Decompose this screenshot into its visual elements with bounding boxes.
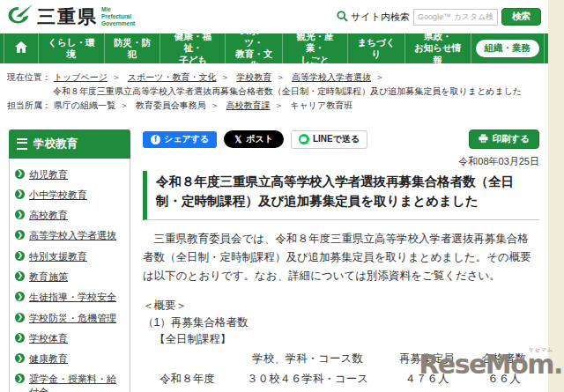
row-label: 令和７年度 bbox=[143, 389, 232, 392]
nav-cell-kensei[interactable]: 県政・ お知らせ情報 bbox=[404, 33, 471, 63]
sidebar-header[interactable]: 学校教育 bbox=[9, 129, 130, 159]
nav-home[interactable] bbox=[4, 33, 38, 63]
nav-item-kankou[interactable]: 観光・産業・ しごと bbox=[283, 31, 347, 65]
line-share-label: LINEで送る bbox=[313, 133, 360, 145]
search-label-wrap: サイト内検索 bbox=[337, 11, 410, 24]
breadcrumb-link-senbatsu[interactable]: 高等学校入学者選抜 bbox=[292, 72, 371, 82]
nav-cell-kankou[interactable]: 観光・産業・ しごと bbox=[282, 33, 347, 63]
nav-item-sports[interactable]: スポーツ・ 教育・文化 bbox=[226, 26, 282, 72]
search-icon bbox=[337, 11, 348, 24]
sidebar-list: ❯幼児教育 ❯小中学校教育 ❯高校教育 ❯高等学校入学者選抜 ❯特別支援教育 ❯… bbox=[9, 159, 130, 392]
arrow-icon: ❯ bbox=[15, 333, 25, 343]
sidebar-item-kenkou[interactable]: ❯健康教育 bbox=[10, 349, 130, 369]
sidebar-item-label[interactable]: 高等学校入学者選抜 bbox=[29, 229, 116, 241]
dept-org-list[interactable]: 県庁の組織一覧 bbox=[54, 100, 115, 110]
search-button[interactable]: 検索 bbox=[501, 8, 541, 26]
sidebar-item-shouchuu[interactable]: ❯小中学校教育 bbox=[10, 184, 130, 204]
facebook-share-label: シェアする bbox=[164, 133, 209, 145]
x-post-button[interactable]: 𝕏 ポスト bbox=[224, 130, 284, 148]
arrow-icon: ❯ bbox=[15, 313, 25, 322]
cell: ６６人 bbox=[471, 369, 538, 388]
printer-icon bbox=[479, 134, 488, 145]
facebook-share-button[interactable]: f シェアする bbox=[143, 131, 217, 148]
sidebar-item-label[interactable]: 高校教育 bbox=[29, 209, 68, 221]
site-subtitle: Mie Prefectural Government bbox=[101, 6, 142, 26]
sidebar-item-youji[interactable]: ❯幼児教育 bbox=[10, 164, 130, 184]
nav-item-machi[interactable]: まちづくり bbox=[348, 37, 404, 60]
dept-kyouiku-iinkai[interactable]: 教育委員会事務局 bbox=[136, 100, 206, 110]
sidebar-item-tokubetsu[interactable]: ❯特別支援教育 bbox=[10, 246, 130, 266]
table-row: 令和７年度 １５校２２学科・コース ２５６人 ７４人 bbox=[143, 389, 538, 392]
site-title: 三重県 bbox=[37, 4, 98, 29]
nav-cell-kenkou[interactable]: 健康・福祉・ 子ども bbox=[160, 33, 225, 63]
header-cell bbox=[143, 350, 232, 369]
nav-cell-kurashi[interactable]: くらし・環境 bbox=[38, 33, 104, 63]
facebook-icon: f bbox=[151, 135, 160, 144]
sidebar-item-label[interactable]: 幼児教育 bbox=[29, 168, 68, 181]
sidebar-item-shisaku[interactable]: ❯教育施策 bbox=[10, 266, 130, 286]
line-icon bbox=[299, 134, 309, 144]
fulltime-label: 【全日制課程】 bbox=[154, 331, 539, 348]
line-share-button[interactable]: LINEで送る bbox=[291, 130, 367, 149]
nav-item-kurashi[interactable]: くらし・環境 bbox=[39, 37, 104, 60]
overview-label: ＜概要＞ bbox=[143, 298, 539, 314]
nav-org-button[interactable]: 組織・業務 bbox=[476, 40, 540, 57]
breadcrumb-link-top[interactable]: トップページ bbox=[54, 72, 108, 82]
sidebar-item-label[interactable]: 奨学金・授業料・給付金 bbox=[29, 373, 124, 392]
sidebar-item-bousai[interactable]: ❯学校防災・危機管理 bbox=[10, 307, 130, 328]
arrow-icon: ❯ bbox=[15, 353, 25, 363]
nav-cell-sports[interactable]: スポーツ・ 教育・文化 bbox=[225, 33, 282, 63]
sidebar-item-koukou[interactable]: ❯高校教育 bbox=[10, 205, 130, 226]
breadcrumb-separator: ＞ bbox=[276, 72, 285, 82]
breadcrumb: 現在位置： トップページ＞ スポーツ・教育・文化＞ 学校教育＞ 高等学校入学者選… bbox=[0, 63, 548, 117]
sidebar-title: 学校教育 bbox=[33, 137, 78, 152]
sidebar: 学校教育 ❯幼児教育 ❯小中学校教育 ❯高校教育 ❯高等学校入学者選抜 ❯特別支… bbox=[9, 129, 130, 392]
arrow-icon: ❯ bbox=[15, 271, 25, 281]
page-title: 令和８年度三重県立高等学校入学者選抜再募集合格者数（全日制・定時制課程）及び追加… bbox=[143, 171, 539, 220]
header-cell: 再募集定員 bbox=[383, 350, 471, 369]
page: 三重県 Mie Prefectural Government サイト内検索 検索 bbox=[0, 0, 548, 392]
lead-paragraph: 三重県教育委員会では、令和８年度三重県立高等学校入学者選抜再募集合格者数（全日制… bbox=[143, 230, 539, 286]
cell: ４７６人 bbox=[383, 369, 471, 388]
site-logo[interactable]: 三重県 Mie Prefectural Government bbox=[7, 4, 142, 29]
sidebar-item-label[interactable]: 学校防災・危機管理 bbox=[29, 312, 116, 324]
publish-date: 令和08年03月25日 bbox=[143, 155, 539, 168]
arrow-icon: ❯ bbox=[15, 210, 25, 219]
nav-cell-bousai[interactable]: 防災・防犯 bbox=[104, 33, 160, 63]
global-nav: くらし・環境 防災・防犯 健康・福祉・ 子ども スポーツ・ 教育・文化 観光・産… bbox=[0, 33, 548, 63]
site-search-input[interactable] bbox=[413, 9, 498, 26]
sidebar-item-label[interactable]: 健康教育 bbox=[29, 352, 68, 365]
cell: ３０校４６学科・コース bbox=[232, 369, 383, 388]
arrow-icon: ❯ bbox=[15, 292, 25, 301]
breadcrumb-separator: ＞ bbox=[220, 72, 229, 82]
sidebar-item-shougakukin[interactable]: ❯奨学金・授業料・給付金 bbox=[10, 369, 130, 392]
sidebar-item-label[interactable]: 生徒指導・学校安全 bbox=[29, 291, 116, 303]
breadcrumb-dept-line: 担当所属： 県庁の組織一覧＞ 教育委員会事務局＞ 高校教育課＞ キャリア教育班 bbox=[7, 99, 541, 113]
sidebar-item-senbatsu[interactable]: ❯高等学校入学者選抜 bbox=[10, 226, 130, 246]
sidebar-item-label[interactable]: 教育施策 bbox=[29, 270, 68, 283]
breadcrumb-location-line: 現在位置： トップページ＞ スポーツ・教育・文化＞ 学校教育＞ 高等学校入学者選… bbox=[7, 70, 541, 85]
breadcrumb-separator: ＞ bbox=[211, 100, 219, 110]
arrow-icon: ❯ bbox=[15, 189, 25, 199]
nav-item-bousai[interactable]: 防災・防犯 bbox=[105, 37, 160, 60]
sidebar-item-seito[interactable]: ❯生徒指導・学校安全 bbox=[10, 287, 130, 307]
sidebar-item-label[interactable]: 特別支援教育 bbox=[29, 250, 87, 263]
overview-section: ＜概要＞ （1）再募集合格者数 【全日制課程】 学校、学科・コース数 再募集定員… bbox=[143, 298, 539, 392]
table-row: 令和８年度 ３０校４６学科・コース ４７６人 ６６人 bbox=[143, 369, 538, 388]
dept-koukou-kyouiku-link[interactable]: 高校教育課 bbox=[226, 100, 271, 110]
sidebar-item-taiiku[interactable]: ❯学校体育 bbox=[10, 328, 130, 348]
arrow-icon: ❯ bbox=[15, 169, 25, 179]
arrow-icon: ❯ bbox=[15, 374, 25, 383]
home-icon bbox=[15, 41, 27, 56]
print-button[interactable]: 印刷する bbox=[469, 129, 540, 149]
breadcrumb-link-sports[interactable]: スポーツ・教育・文化 bbox=[128, 72, 217, 82]
cell: １５校２２学科・コース bbox=[232, 389, 383, 392]
nav-item-kensei[interactable]: 県政・ お知らせ情報 bbox=[405, 31, 471, 65]
nav-cell-machi[interactable]: まちづくり bbox=[347, 33, 404, 63]
breadcrumb-link-gakkou[interactable]: 学校教育 bbox=[236, 72, 271, 82]
row-label: 令和８年度 bbox=[143, 369, 232, 388]
sidebar-item-label[interactable]: 学校体育 bbox=[29, 332, 68, 344]
sidebar-item-label[interactable]: 小中学校教育 bbox=[29, 189, 87, 201]
dept-career-han: キャリア教育班 bbox=[290, 100, 352, 110]
nav-item-kenkou[interactable]: 健康・福祉・ 子ども bbox=[160, 31, 225, 65]
